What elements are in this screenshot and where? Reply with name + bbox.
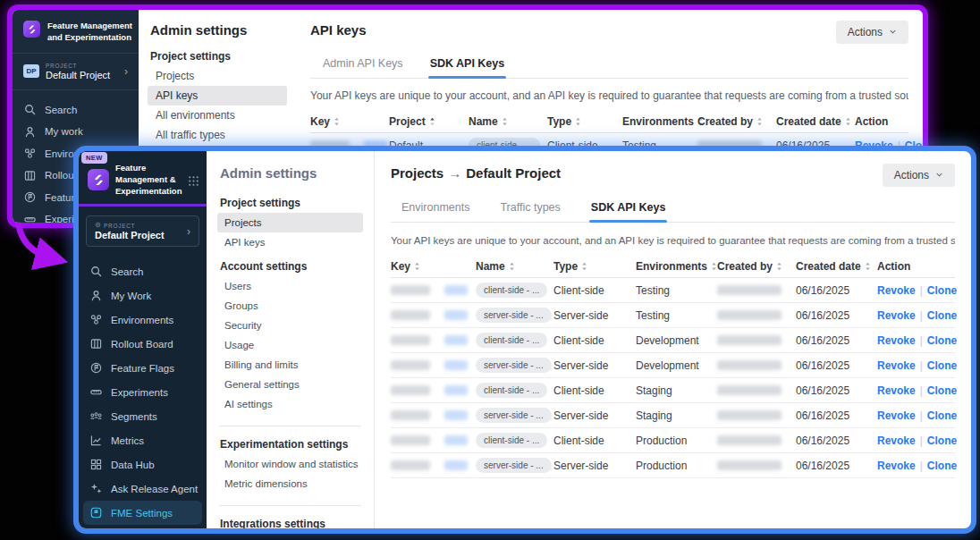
column-header-key[interactable]: Key <box>310 115 389 128</box>
clone-link[interactable]: Clone <box>927 309 957 322</box>
front-sidebar-items: SearchMy WorkEnvironmentsRollout BoardFe… <box>79 247 207 525</box>
name-pill: server-side - ... <box>476 408 552 423</box>
actions-button[interactable]: Actions <box>883 164 955 187</box>
revoke-link[interactable]: Revoke <box>877 435 916 447</box>
front-admin-menu: Admin settings Project settingsProjectsA… <box>207 151 375 528</box>
menu-item-projects[interactable]: Projects <box>148 66 287 86</box>
environments-icon <box>89 313 103 326</box>
redacted-copy-chip <box>444 435 468 445</box>
breadcrumb-part[interactable]: Projects <box>391 165 444 181</box>
column-header-type[interactable]: Type <box>547 115 622 128</box>
sort-icon <box>502 117 508 126</box>
column-header-created-by[interactable]: Created by <box>717 260 796 273</box>
menu-item-metric-dimensions[interactable]: Metric dimensions <box>217 474 363 494</box>
menu-item-users[interactable]: Users <box>217 276 363 296</box>
name-pill: server-side - ... <box>476 458 552 473</box>
menu-item-usage[interactable]: Usage <box>217 335 363 355</box>
project-selector[interactable]: PROJECT Default Project › <box>86 215 199 247</box>
cell-name: server-side - ... <box>476 408 553 423</box>
clone-link[interactable]: Clone <box>927 460 957 472</box>
column-header-environments[interactable]: Environments <box>636 260 717 273</box>
sidebar-item-search[interactable]: Search <box>13 99 139 122</box>
menu-item-ai-settings[interactable]: AI settings <box>217 394 363 414</box>
clone-link[interactable]: Clone <box>927 334 957 347</box>
tab-admin-api-keys[interactable]: Admin API Keys <box>323 57 403 78</box>
clone-link[interactable]: Clone <box>927 384 957 397</box>
actions-button[interactable]: Actions <box>836 21 908 44</box>
tab-sdk-api-keys[interactable]: SDK API Keys <box>430 57 505 78</box>
cell-name: client-side - ... <box>476 333 553 348</box>
column-header-name[interactable]: Name <box>469 115 547 128</box>
clone-link[interactable]: Clone <box>927 359 957 372</box>
revoke-link[interactable]: Revoke <box>877 284 916 297</box>
revoke-link[interactable]: Revoke <box>877 334 916 347</box>
column-header-created-by[interactable]: Created by <box>697 115 776 128</box>
tab-sdk-api-keys[interactable]: SDK API Keys <box>591 201 666 222</box>
cell-created-by <box>717 410 796 420</box>
revoke-link[interactable]: Revoke <box>877 460 916 472</box>
menu-item-api-keys[interactable]: API keys <box>217 232 363 252</box>
tab-traffic-types[interactable]: Traffic types <box>500 201 560 222</box>
menu-item-billing-and-limits[interactable]: Billing and limits <box>217 355 363 375</box>
sidebar-item-fme-settings[interactable]: FME Settings <box>83 501 202 525</box>
column-header-label: Type <box>547 115 571 128</box>
table-row: server-side - ...Server-sideStaging06/16… <box>391 403 955 428</box>
menu-item-all-environments[interactable]: All environments <box>148 105 287 125</box>
app-title: FeatureManagement &Experimentation <box>115 163 182 197</box>
revoke-link[interactable]: Revoke <box>877 409 916 422</box>
sidebar-item-ask-release-agent[interactable]: Ask Release Agent <box>83 477 202 501</box>
clone-link[interactable]: Clone <box>927 284 957 297</box>
sidebar-item-search[interactable]: Search <box>83 259 202 283</box>
clone-link[interactable]: Clone <box>927 409 957 422</box>
cell-key <box>391 335 476 345</box>
sidebar-item-environments[interactable]: Environments <box>83 308 202 332</box>
sidebar-item-label: Feature Flags <box>111 363 174 374</box>
name-pill: server-side - ... <box>476 358 552 373</box>
menu-item-projects[interactable]: Projects <box>217 213 363 232</box>
menu-item-all-traffic-types[interactable]: All traffic types <box>148 125 287 145</box>
menu-item-api-keys[interactable]: API keys <box>148 86 287 105</box>
project-name: Default Project <box>46 70 110 80</box>
sidebar-item-rollout-board[interactable]: Rollout Board <box>83 332 202 356</box>
sidebar-item-my-work[interactable]: My work <box>13 121 139 143</box>
cell-created-by <box>717 385 796 395</box>
breadcrumb-separator: → <box>444 165 466 181</box>
project-selector[interactable]: DP PROJECT Default Project › <box>13 55 139 88</box>
redacted-key-value <box>391 360 430 370</box>
column-header-project[interactable]: Project <box>389 115 469 128</box>
column-header-key[interactable]: Key <box>391 260 476 273</box>
sidebar-item-experiments[interactable]: Experiments <box>83 380 202 404</box>
table-row: client-side - ...Client-sideStaging06/16… <box>391 378 955 403</box>
cell-type: Client-side <box>553 284 636 297</box>
menu-item-security[interactable]: Security <box>217 316 363 335</box>
column-header-created-date[interactable]: Created date <box>796 260 877 273</box>
search-icon <box>23 103 37 116</box>
column-header-type[interactable]: Type <box>553 260 636 273</box>
column-header-environments[interactable]: Environments <box>622 115 697 128</box>
tab-environments[interactable]: Environments <box>401 201 469 222</box>
revoke-link[interactable]: Revoke <box>877 309 916 322</box>
sidebar-item-metrics[interactable]: Metrics <box>83 428 202 452</box>
sidebar-item-feature-flags[interactable]: Feature Flags <box>83 356 202 380</box>
clone-link[interactable]: Clone <box>927 435 957 447</box>
sidebar-item-my-work[interactable]: My Work <box>83 283 202 308</box>
menu-item-groups[interactable]: Groups <box>217 296 363 316</box>
cell-name: client-side - ... <box>476 383 553 398</box>
name-pill: client-side - ... <box>476 433 547 448</box>
column-header-name[interactable]: Name <box>476 260 553 273</box>
menu-item-monitor-window-and-statistics[interactable]: Monitor window and statistics <box>217 454 363 474</box>
sort-icon <box>711 262 717 271</box>
front-sidebar: FeatureManagement &Experimentation PROJE… <box>79 151 207 528</box>
sidebar-item-data-hub[interactable]: Data Hub <box>83 452 202 477</box>
action-separator: | <box>920 409 923 422</box>
revoke-link[interactable]: Revoke <box>877 384 916 397</box>
redacted-copy-chip <box>444 460 468 470</box>
sidebar-item-segments[interactable]: Segments <box>83 404 202 428</box>
app-launcher-icon[interactable] <box>188 174 199 186</box>
column-header-created-date[interactable]: Created date <box>776 115 855 128</box>
sort-asc-icon <box>429 117 435 126</box>
action-separator: | <box>920 460 923 472</box>
fme-logo-icon <box>23 21 40 38</box>
menu-item-general-settings[interactable]: General settings <box>217 375 363 394</box>
revoke-link[interactable]: Revoke <box>877 359 916 372</box>
